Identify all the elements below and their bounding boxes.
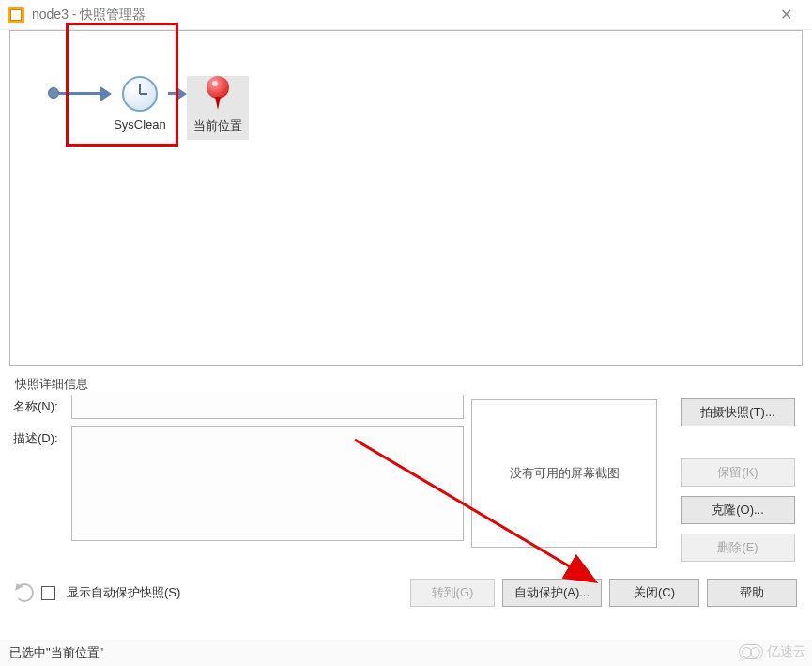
take-snapshot-button[interactable]: 拍摄快照(T)... [681,398,795,426]
status-bar: 已选中"当前位置" [0,640,812,666]
window-title: node3 - 快照管理器 [32,7,767,23]
app-icon [8,7,24,23]
details-section-title: 快照详细信息 [15,376,88,393]
titlebar: node3 - 快照管理器 ✕ [0,0,812,30]
name-field[interactable] [71,395,464,419]
clock-icon [122,76,158,112]
current-position-label: 当前位置 [187,117,249,134]
bottom-toolbar: 显示自动保护快照(S) 转到(G) 自动保护(A)... 关闭(C) 帮助 [15,579,797,607]
arrow-segment [59,76,112,110]
arrow-segment [168,76,187,110]
delete-button: 删除(E) [681,534,795,562]
screenshot-preview: 没有可用的屏幕截图 [471,399,657,548]
watermark-icon [739,644,763,659]
snapshot-tree-panel: SysClean 当前位置 [9,30,803,366]
description-field[interactable] [71,426,464,541]
snapshot-label: SysClean [112,117,168,132]
current-position-node[interactable]: 当前位置 [187,76,249,140]
watermark: 亿速云 [739,643,806,660]
help-button[interactable]: 帮助 [707,579,797,607]
close-icon[interactable]: ✕ [767,6,804,23]
right-button-panel: 拍摄快照(T)... 保留(K) 克隆(O)... 删除(E) [681,398,795,562]
timeline-start-dot [48,87,59,99]
goto-button: 转到(G) [410,579,495,607]
name-label: 名称(N): [13,395,71,415]
clone-button[interactable]: 克隆(O)... [681,496,795,524]
auto-protect-button[interactable]: 自动保护(A)... [502,579,602,607]
show-auto-label: 显示自动保护快照(S) [67,584,180,601]
show-auto-checkbox[interactable] [41,586,55,600]
close-button[interactable]: 关闭(C) [609,579,699,607]
snapshot-timeline: SysClean 当前位置 [48,76,249,161]
description-label: 描述(D): [13,426,71,447]
status-text: 已选中"当前位置" [9,644,103,661]
details-panel: 名称(N): 描述(D): [13,395,464,549]
preview-placeholder-text: 没有可用的屏幕截图 [510,465,620,482]
refresh-icon[interactable] [15,583,34,602]
snapshot-node-sysclean[interactable]: SysClean [112,76,168,132]
pin-icon [204,76,232,112]
keep-button: 保留(K) [681,458,795,487]
